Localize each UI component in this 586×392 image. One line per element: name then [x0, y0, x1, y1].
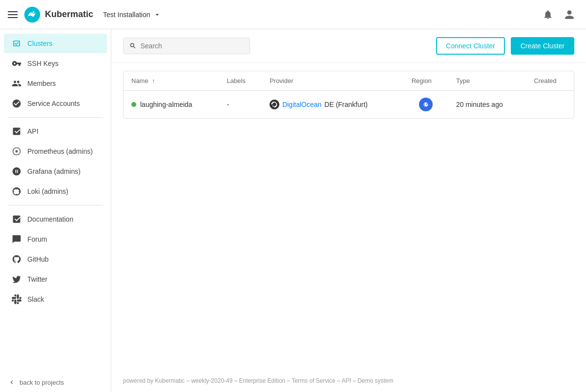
github-icon [12, 254, 21, 264]
app-name: Kubermatic [45, 9, 93, 20]
sidebar-item-prometheus-label: Prometheus (admins) [27, 147, 93, 155]
sidebar-item-documentation[interactable]: Documentation [4, 209, 107, 229]
footer-separator-1: – [186, 377, 191, 384]
cluster-status-indicator [131, 102, 136, 107]
footer-version[interactable]: weekly-2020-49 [191, 377, 232, 384]
col-provider: Provider [262, 71, 404, 91]
key-icon [12, 59, 21, 68]
user-menu-button[interactable] [561, 6, 578, 23]
sidebar-item-twitter-label: Twitter [27, 275, 47, 283]
footer-terms[interactable]: Terms of Service [292, 377, 335, 384]
provider-region-inline: DE (Frankfurt) [324, 101, 368, 108]
cluster-created-cell: 20 minutes ago [448, 91, 526, 119]
sidebar-item-forum-label: Forum [27, 235, 47, 243]
sidebar-item-loki[interactable]: Loki (admins) [4, 182, 107, 201]
footer-edition[interactable]: Enterprise Edition [239, 377, 286, 384]
service-accounts-icon [12, 99, 21, 108]
menu-icon[interactable] [8, 11, 18, 18]
sidebar-item-grafana-label: Grafana (admins) [27, 167, 81, 175]
grafana-icon [12, 166, 21, 176]
sidebar: Clusters SSH Keys Members [0, 29, 111, 392]
sidebar-item-loki-label: Loki (admins) [27, 187, 68, 195]
twitter-icon [12, 274, 21, 284]
clusters-icon [12, 39, 21, 48]
footer-powered: powered by Kubermatic [123, 377, 185, 384]
sidebar-divider-1 [8, 117, 103, 118]
digitalocean-logo [270, 100, 279, 109]
table-header-row: Name ↑ Labels Provider Region [124, 71, 574, 91]
main-content: Connect Cluster Create Cluster Name ↑ La… [111, 29, 586, 392]
sidebar-item-forum[interactable]: Forum [4, 229, 107, 249]
cluster-labels-cell: - [219, 91, 262, 119]
documentation-icon [12, 214, 21, 224]
project-name: Test Installation [103, 11, 150, 19]
sidebar-item-api[interactable]: API [4, 122, 107, 141]
sidebar-item-slack[interactable]: Slack [4, 289, 107, 309]
main-toolbar: Connect Cluster Create Cluster [111, 29, 586, 63]
create-cluster-button[interactable]: Create Cluster [511, 37, 574, 55]
footer: powered by Kubermatic – weekly-2020-49 –… [111, 370, 586, 392]
clusters-table-wrapper: Name ↑ Labels Provider Region [123, 71, 574, 119]
forum-icon [12, 234, 21, 244]
api-icon [12, 126, 21, 136]
sidebar-item-slack-label: Slack [27, 295, 44, 303]
loki-icon [12, 186, 21, 196]
cluster-name-cell: laughing-almeida [124, 91, 219, 119]
user-icon [564, 9, 575, 20]
cluster-type-cell [404, 91, 448, 119]
kubernetes-icon [419, 98, 433, 111]
sidebar-item-ssh-keys[interactable]: SSH Keys [4, 54, 107, 73]
notifications-button[interactable] [539, 6, 557, 23]
footer-separator-3: – [287, 377, 292, 384]
sidebar-item-members-label: Members [27, 80, 56, 87]
sidebar-item-service-accounts[interactable]: Service Accounts [4, 94, 107, 113]
footer-separator-5: – [353, 377, 357, 384]
connect-cluster-button[interactable]: Connect Cluster [436, 37, 504, 55]
back-to-projects-button[interactable]: back to projects [0, 372, 111, 392]
provider-name: DigitalOcean [282, 101, 321, 108]
sidebar-item-documentation-label: Documentation [27, 215, 73, 223]
project-selector[interactable]: Test Installation [103, 11, 161, 19]
search-input[interactable] [140, 42, 244, 50]
sidebar-item-github-label: GitHub [27, 255, 49, 263]
search-icon [129, 42, 136, 50]
chevron-down-icon [153, 11, 161, 19]
search-box[interactable] [123, 38, 250, 54]
prometheus-icon [12, 146, 21, 156]
col-type: Type [448, 71, 526, 91]
svg-point-3 [16, 150, 18, 153]
sidebar-item-members[interactable]: Members [4, 74, 107, 93]
sidebar-item-clusters-label: Clusters [27, 40, 52, 47]
logo-area: Kubermatic [23, 6, 93, 23]
kubermatic-logo [23, 6, 41, 23]
sort-icon: ↑ [152, 77, 155, 84]
footer-separator-2: – [234, 377, 239, 384]
bell-icon [543, 9, 553, 20]
col-name[interactable]: Name ↑ [124, 71, 219, 91]
sidebar-item-ssh-keys-label: SSH Keys [27, 60, 59, 67]
sidebar-nav: Clusters SSH Keys Members [0, 29, 111, 372]
col-created: Created [526, 71, 574, 91]
slack-icon [12, 294, 21, 304]
sidebar-item-github[interactable]: GitHub [4, 249, 107, 269]
sidebar-item-twitter[interactable]: Twitter [4, 269, 107, 289]
sidebar-item-clusters[interactable]: Clusters [4, 34, 107, 53]
members-icon [12, 79, 21, 88]
cluster-name-text: laughing-almeida [140, 101, 192, 108]
footer-demo[interactable]: Demo system [357, 377, 393, 384]
cluster-provider-cell: DigitalOcean DE (Frankfurt) [262, 91, 404, 119]
col-labels: Labels [219, 71, 262, 91]
table-row[interactable]: laughing-almeida - Digital [124, 91, 574, 119]
sidebar-item-api-label: API [27, 127, 39, 135]
col-region: Region [404, 71, 448, 91]
sidebar-item-grafana[interactable]: Grafana (admins) [4, 162, 107, 181]
footer-api[interactable]: API [341, 377, 351, 384]
back-to-projects-label: back to projects [20, 379, 64, 386]
sidebar-item-prometheus[interactable]: Prometheus (admins) [4, 142, 107, 161]
sidebar-item-service-accounts-label: Service Accounts [27, 100, 80, 107]
clusters-table: Name ↑ Labels Provider Region [124, 71, 574, 118]
sidebar-divider-2 [8, 205, 103, 206]
clusters-table-container: Name ↑ Labels Provider Region [111, 63, 586, 370]
svg-point-1 [33, 11, 35, 13]
chevron-left-icon [8, 378, 16, 386]
